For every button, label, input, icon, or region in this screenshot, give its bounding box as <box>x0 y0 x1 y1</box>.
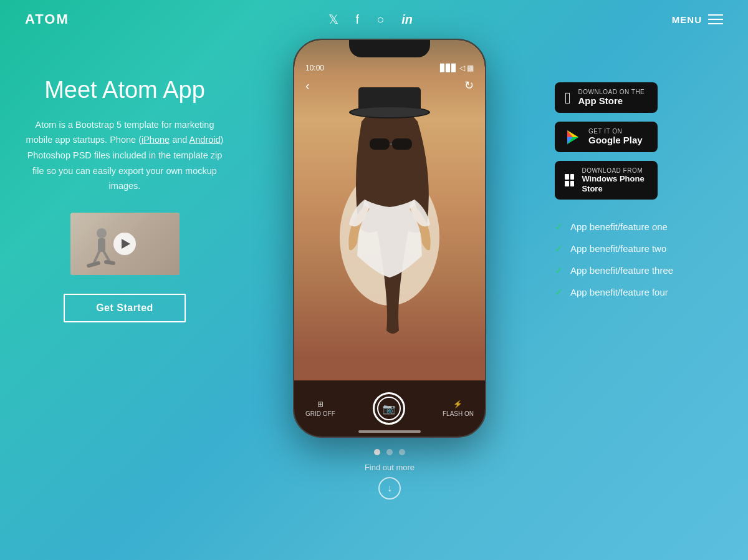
instagram-icon[interactable]: ○ <box>376 12 384 27</box>
google-play-button[interactable]: GET IT ON Google Play <box>555 122 658 152</box>
camera-flash-control[interactable]: ⚡ FLASH ON <box>443 400 474 417</box>
google-play-text: GET IT ON Google Play <box>588 128 643 146</box>
android-link[interactable]: Android <box>189 135 221 145</box>
dot-2[interactable] <box>386 449 393 455</box>
twitter-icon[interactable]: 𝕏 <box>328 12 338 27</box>
check-icon-4: ✓ <box>555 286 563 298</box>
feature-item-1: ✓ App benefit/feature one <box>555 221 723 233</box>
camera-inner-ring: 📷 <box>377 397 401 420</box>
app-store-text: Download on the App Store <box>578 89 645 107</box>
phone-screen: 10:00 ▊▊▊ ◁ ▩ ‹ ↻ ⊞ GRID OFF 📷 <box>294 40 485 437</box>
feature-item-4: ✓ App benefit/feature four <box>555 286 723 298</box>
check-icon-3: ✓ <box>555 264 563 276</box>
header: ATOM 𝕏 f ○ in MENU <box>0 0 748 39</box>
find-more-text: Find out more <box>365 463 415 472</box>
google-play-icon <box>565 129 581 145</box>
check-icon-1: ✓ <box>555 221 563 233</box>
logo: ATOM <box>25 11 69 27</box>
phone-mockup-area: 10:00 ▊▊▊ ◁ ▩ ‹ ↻ ⊞ GRID OFF 📷 <box>284 39 496 500</box>
windows-phone-mainlabel: Windows Phone Store <box>582 174 648 193</box>
svg-rect-11 <box>370 138 390 150</box>
camera-icon: 📷 <box>383 403 395 415</box>
windows-phone-button[interactable]: Download from Windows Phone Store <box>555 161 658 200</box>
get-started-button[interactable]: Get Started <box>64 294 186 322</box>
dot-3[interactable] <box>399 449 405 455</box>
grid-label: GRID OFF <box>305 410 335 417</box>
camera-grid-control[interactable]: ⊞ GRID OFF <box>305 400 335 417</box>
main-content: Meet Atom App Atom is a Bootstrap 5 temp… <box>0 45 748 500</box>
windows-icon <box>565 174 574 186</box>
hero-description: Atom is a Bootstrap 5 template for marke… <box>25 117 224 194</box>
camera-capture-button[interactable]: 📷 <box>373 392 405 425</box>
windows-phone-sublabel: Download from <box>582 167 648 174</box>
phone-mockup: 10:00 ▊▊▊ ◁ ▩ ‹ ↻ ⊞ GRID OFF 📷 <box>293 39 486 438</box>
menu-button[interactable]: MENU <box>672 14 723 25</box>
app-store-sublabel: Download on the <box>578 89 645 95</box>
svg-point-0 <box>97 228 107 238</box>
feature-label-2: App benefit/feature two <box>570 243 666 254</box>
windows-phone-text: Download from Windows Phone Store <box>582 167 648 193</box>
phone-back-icon[interactable]: ‹ <box>305 79 310 93</box>
app-store-button[interactable]:  Download on the App Store <box>555 82 658 113</box>
svg-line-3 <box>104 252 109 261</box>
left-panel: Meet Atom App Atom is a Bootstrap 5 temp… <box>25 45 224 322</box>
right-panel:  Download on the App Store GET IT ON Go… <box>555 45 723 298</box>
play-button[interactable] <box>113 233 136 255</box>
flash-label: FLASH ON <box>443 410 474 417</box>
google-play-mainlabel: Google Play <box>588 135 643 146</box>
feature-label-1: App benefit/feature one <box>570 221 668 232</box>
woman-figure <box>302 50 477 387</box>
svg-rect-12 <box>392 138 412 150</box>
feature-item-2: ✓ App benefit/feature two <box>555 243 723 254</box>
iphone-link[interactable]: iPhone <box>141 135 170 145</box>
skater-figure <box>83 228 120 272</box>
svg-line-2 <box>94 252 99 263</box>
feature-label-4: App benefit/feature four <box>570 287 668 297</box>
social-icons-group: 𝕏 f ○ in <box>328 12 413 27</box>
dot-1[interactable] <box>374 449 380 455</box>
google-play-sublabel: GET IT ON <box>588 128 643 135</box>
hamburger-icon <box>708 14 723 24</box>
menu-label: MENU <box>672 14 702 25</box>
phone-icons: ▊▊▊ ◁ ▩ <box>440 64 474 72</box>
home-indicator <box>358 430 421 433</box>
hero-title: Meet Atom App <box>44 76 205 105</box>
play-triangle-icon <box>122 239 130 249</box>
check-icon-2: ✓ <box>555 243 563 254</box>
app-store-mainlabel: App Store <box>578 95 645 107</box>
phone-camera-ui: ⊞ GRID OFF 📷 ⚡ FLASH ON <box>294 380 485 437</box>
apple-icon:  <box>565 90 571 106</box>
facebook-icon[interactable]: f <box>356 12 360 27</box>
carousel-dots <box>374 449 405 455</box>
phone-app-bar: ‹ ↻ <box>294 79 485 93</box>
svg-rect-1 <box>98 238 105 252</box>
features-list: ✓ App benefit/feature one ✓ App benefit/… <box>555 221 723 298</box>
linkedin-icon[interactable]: in <box>401 12 413 27</box>
video-thumbnail[interactable] <box>70 213 180 275</box>
phone-time: 10:00 <box>305 64 324 72</box>
phone-notch <box>349 40 430 57</box>
feature-label-3: App benefit/feature three <box>570 265 673 276</box>
phone-refresh-icon[interactable]: ↻ <box>464 79 474 93</box>
scroll-down-button[interactable]: ↓ <box>378 477 401 500</box>
feature-item-3: ✓ App benefit/feature three <box>555 264 723 276</box>
svg-point-10 <box>351 107 428 117</box>
